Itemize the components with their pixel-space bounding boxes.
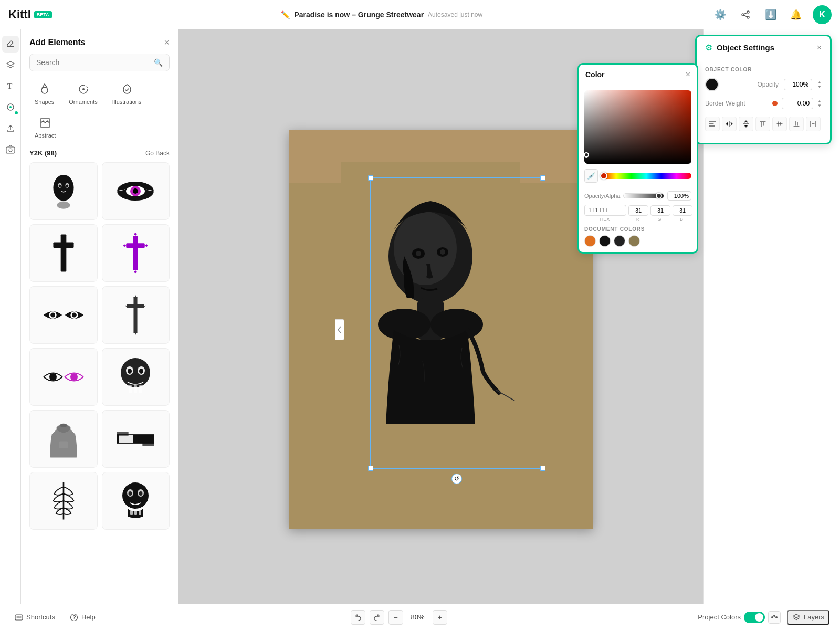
svg-rect-70 — [134, 510, 137, 515]
svg-point-1 — [747, 16, 749, 18]
search-input[interactable] — [36, 58, 150, 67]
resize-handle-br[interactable] — [540, 466, 545, 471]
close-panel-button[interactable]: × — [164, 38, 170, 47]
sidebar-icon-camera[interactable] — [2, 141, 19, 158]
cp-header: Color × — [579, 65, 697, 85]
border-weight-input[interactable] — [782, 98, 813, 109]
r-input[interactable]: 31 — [628, 205, 648, 216]
hue-slider-container[interactable] — [601, 173, 691, 183]
zoom-in-button[interactable]: + — [433, 610, 447, 625]
color-settings-icon[interactable] — [768, 611, 781, 624]
opacity-input[interactable]: 100% — [784, 79, 812, 90]
selection-box[interactable]: ↺ — [370, 177, 543, 469]
bottom-left: Shortcuts ? Help — [10, 611, 100, 624]
hex-input[interactable]: 1f1f1f — [584, 205, 626, 216]
ornaments-icon — [76, 82, 91, 97]
list-item[interactable] — [29, 348, 98, 406]
layers-button[interactable]: Layers — [787, 610, 830, 625]
rotate-handle[interactable]: ↺ — [452, 474, 462, 484]
user-avatar[interactable]: K — [813, 5, 832, 24]
doc-color-2[interactable] — [599, 235, 611, 247]
sidebar-icon-paint[interactable] — [2, 99, 19, 116]
b-input[interactable]: 31 — [673, 205, 692, 216]
align-bottom-icon[interactable] — [789, 117, 804, 131]
object-settings-panel: ⚙ Object Settings × OBJECT COLOR Opacity… — [695, 35, 832, 144]
go-back-button[interactable]: Go Back — [145, 150, 170, 157]
doc-color-1[interactable] — [584, 235, 596, 247]
zoom-out-button[interactable]: − — [388, 610, 403, 625]
resize-handle-tr[interactable] — [540, 175, 545, 181]
settings-icon[interactable]: ⚙️ — [712, 6, 729, 23]
opacity-stepper[interactable]: ▲ ▼ — [817, 80, 822, 89]
g-input[interactable]: 31 — [650, 205, 670, 216]
hue-slider[interactable] — [601, 173, 691, 179]
object-color-swatch[interactable] — [705, 78, 719, 91]
list-item[interactable] — [102, 162, 170, 220]
collapse-panel-button[interactable] — [335, 319, 344, 340]
opacity-alpha-input[interactable]: 100% — [667, 191, 691, 201]
cp-close-button[interactable]: × — [686, 70, 690, 79]
list-item[interactable] — [102, 472, 170, 530]
tab-ornaments[interactable]: Ornaments — [64, 79, 102, 108]
align-left-icon[interactable] — [705, 117, 720, 131]
undo-button[interactable] — [351, 610, 365, 625]
sidebar-icon-layers[interactable] — [2, 57, 19, 74]
help-label: Help — [81, 613, 96, 621]
svg-point-21 — [58, 185, 60, 187]
sidebar-icon-edit[interactable] — [2, 36, 19, 52]
flip-v-icon[interactable] — [739, 117, 753, 131]
opacity-alpha-slider[interactable] — [623, 193, 664, 198]
svg-point-48 — [121, 358, 150, 387]
elements-panel: Add Elements × 🔍 Shapes Ornaments — [21, 29, 178, 630]
list-item[interactable] — [29, 286, 98, 344]
list-item[interactable] — [29, 472, 98, 530]
opacity-alpha-row: Opacity/Alpha 100% — [584, 191, 691, 201]
distribute-icon[interactable] — [806, 117, 821, 131]
project-title[interactable]: Paradise is now – Grunge Streetwear — [294, 10, 424, 19]
list-item[interactable] — [102, 348, 170, 406]
tab-illustrations[interactable]: Illustrations — [107, 79, 147, 108]
svg-rect-62 — [143, 442, 154, 446]
list-item[interactable] — [102, 410, 170, 468]
notification-icon[interactable]: 🔔 — [788, 6, 804, 23]
os-body: OBJECT COLOR Opacity 100% ▲ ▼ Border Wei… — [697, 59, 830, 143]
zoom-level[interactable]: 80% — [407, 613, 428, 621]
doc-color-3[interactable] — [614, 235, 625, 247]
os-header: ⚙ Object Settings × — [697, 36, 830, 59]
list-item[interactable] — [29, 162, 98, 220]
tab-abstract[interactable]: Abstract — [29, 112, 61, 142]
color-gradient-picker[interactable] — [584, 90, 691, 164]
list-item[interactable] — [29, 224, 98, 282]
sidebar-icon-text[interactable]: T — [2, 78, 19, 94]
color-picker-panel: Color × 💉 Opacity/Alpha 100% 1f1f1f — [578, 63, 698, 254]
svg-point-26 — [133, 188, 138, 194]
section-title: Y2K (98) — [29, 149, 57, 157]
svg-rect-60 — [138, 435, 152, 443]
zoom-out-icon: − — [393, 613, 397, 622]
list-item[interactable] — [102, 224, 170, 282]
align-top-icon[interactable] — [755, 117, 770, 131]
resize-handle-tl[interactable] — [368, 175, 373, 181]
resize-handle-bl[interactable] — [368, 466, 373, 471]
redo-button[interactable] — [370, 610, 384, 625]
shortcuts-button[interactable]: Shortcuts — [10, 611, 59, 624]
help-button[interactable]: ? Help — [66, 611, 100, 624]
border-color-dot[interactable] — [772, 101, 778, 106]
align-middle-icon[interactable] — [772, 117, 787, 131]
list-item[interactable] — [102, 286, 170, 344]
list-item[interactable] — [29, 410, 98, 468]
os-close-button[interactable]: × — [817, 43, 822, 52]
eyedropper-button[interactable]: 💉 — [584, 169, 598, 183]
svg-rect-53 — [129, 385, 132, 393]
sidebar-icon-upload[interactable] — [2, 120, 19, 136]
project-colors-toggle[interactable] — [744, 612, 765, 623]
svg-point-15 — [41, 87, 48, 93]
os-title-row: ⚙ Object Settings — [705, 43, 774, 52]
share-icon[interactable] — [737, 6, 754, 23]
doc-color-4[interactable] — [628, 235, 640, 247]
flip-h-icon[interactable] — [722, 117, 737, 131]
border-stepper[interactable]: ▲ ▼ — [817, 99, 822, 108]
download-icon[interactable]: ⬇️ — [762, 6, 779, 23]
tab-shapes[interactable]: Shapes — [29, 79, 59, 108]
elements-grid — [29, 162, 170, 530]
